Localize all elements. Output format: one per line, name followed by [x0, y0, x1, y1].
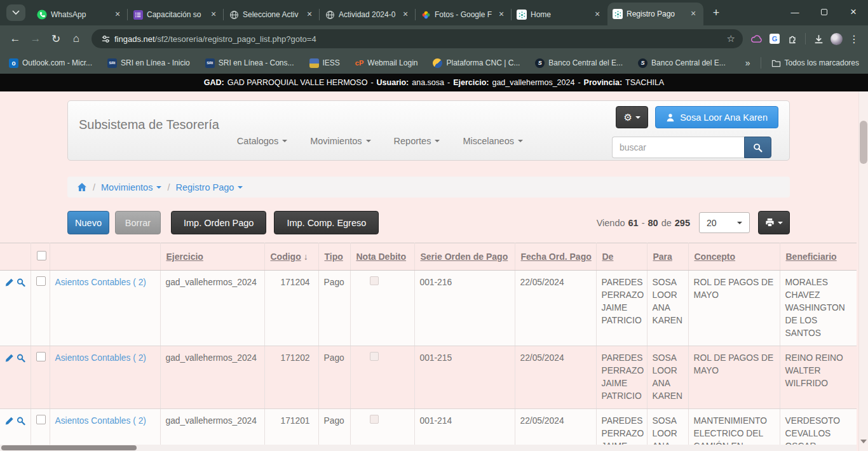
sort-desc-icon: ↓ — [304, 252, 308, 262]
bookmark-sri-consultas[interactable]: SRISRI en Línea - Cons... — [205, 58, 294, 68]
breadcrumb-movimientos[interactable]: Movimientos — [101, 182, 161, 192]
menu-miscelaneos[interactable]: Miscelaneos — [463, 121, 523, 160]
asientos-contables-link[interactable]: Asientos Contables ( 2) — [55, 353, 146, 363]
print-expense-voucher-button[interactable]: Imp. Comp. Egreso — [274, 211, 379, 234]
tab-close-icon[interactable]: × — [688, 9, 698, 19]
back-button[interactable]: ← — [5, 29, 25, 49]
site-settings-icon[interactable] — [97, 30, 114, 48]
tab-actividad[interactable]: Actividad 2024-0 × — [320, 4, 416, 25]
tab-home[interactable]: Home × — [512, 4, 607, 25]
bookmarks-overflow-chevron[interactable]: » — [745, 58, 750, 68]
chevron-down-icon — [778, 222, 783, 224]
asientos-contables-link[interactable]: Asientos Contables ( 2) — [55, 278, 146, 287]
vertical-scrollbar[interactable] — [858, 91, 868, 451]
profile-avatar[interactable] — [827, 30, 845, 48]
edit-pencil-icon[interactable] — [5, 278, 14, 287]
tab-title: Capacitación so — [147, 10, 205, 19]
page-size-select[interactable]: 20 — [699, 212, 750, 233]
search-input[interactable] — [612, 137, 744, 158]
view-magnifier-icon[interactable] — [17, 416, 25, 426]
horizontal-scrollbar-thumb[interactable] — [1, 445, 137, 450]
header-tipo[interactable]: Tipo — [318, 243, 350, 271]
bookmark-webmail[interactable]: cPWebmail Login — [355, 58, 418, 67]
bookmark-banco-central-2[interactable]: SBanco Central del E... — [638, 58, 726, 68]
tab-close-icon[interactable]: × — [496, 10, 506, 20]
user-account-button[interactable]: Sosa Loor Ana Karen — [655, 106, 778, 128]
cell-concepto: ROL DE PAGOS DE MAYO — [688, 271, 780, 346]
row-checkbox[interactable] — [36, 352, 46, 361]
header-de[interactable]: De — [596, 243, 647, 271]
google-photos-icon — [421, 10, 431, 20]
edit-pencil-icon[interactable] — [5, 353, 14, 363]
all-bookmarks-button[interactable]: Todos los marcadores — [771, 58, 859, 67]
print-payment-order-button[interactable]: Imp. Orden Pago — [171, 211, 266, 234]
header-para[interactable]: Para — [647, 243, 688, 271]
menu-reportes[interactable]: Reportes — [394, 121, 440, 160]
bookmark-sri-inicio[interactable]: SRISRI en Línea - Inicio — [107, 58, 190, 68]
view-magnifier-icon[interactable] — [17, 353, 25, 363]
new-button[interactable]: Nuevo — [67, 211, 109, 234]
tab-close-icon[interactable]: × — [400, 10, 410, 20]
tab-close-icon[interactable]: × — [112, 10, 123, 20]
row-checkbox[interactable] — [36, 276, 46, 286]
tab-search-button[interactable] — [6, 4, 25, 21]
edit-pencil-icon[interactable] — [5, 416, 14, 426]
tab-whatsapp[interactable]: WhatsApp × — [32, 4, 128, 25]
header-beneficiario[interactable]: Beneficiario — [780, 243, 857, 271]
print-dropdown-button[interactable] — [758, 211, 790, 234]
header-concepto[interactable]: Concepto — [688, 243, 780, 271]
header-fecha[interactable]: Fecha Ord. Pago — [515, 243, 596, 271]
address-bar[interactable]: fingads.net/sf2/tesoreria/registro_pago_… — [92, 29, 743, 48]
header-nota-debito[interactable]: Nota Debito — [350, 243, 414, 271]
breadcrumb-registro-pago[interactable]: Registro Pago — [175, 182, 243, 192]
select-all-checkbox[interactable] — [37, 251, 46, 260]
bookmark-star-icon[interactable]: ☆ — [727, 33, 735, 44]
settings-gear-button[interactable]: ⚙ — [616, 106, 648, 128]
new-tab-button[interactable]: + — [707, 4, 725, 22]
whatsapp-icon — [37, 10, 47, 20]
tab-close-icon[interactable]: × — [304, 10, 315, 20]
asientos-contables-link[interactable]: Asientos Contables ( 2) — [55, 416, 146, 426]
cloud-extension-icon[interactable] — [748, 30, 766, 48]
extensions-puzzle-icon[interactable] — [783, 30, 801, 48]
header-select-all — [31, 243, 50, 271]
header-codigo[interactable]: Codigo↓ — [264, 243, 318, 271]
browser-menu-kebab-icon[interactable]: ⋮ — [845, 30, 863, 48]
tab-capacitacion[interactable]: Capacitación so × — [128, 4, 224, 25]
main-menu: Catalogos Movimientos Reportes Miscelane… — [237, 121, 523, 160]
vertical-scrollbar-thumb[interactable] — [860, 121, 867, 164]
scroll-down-arrow-icon[interactable] — [860, 440, 867, 443]
cell-asientos: Asientos Contables ( 2) — [50, 346, 160, 409]
delete-button[interactable]: Borrar — [115, 211, 161, 234]
menu-catalogos[interactable]: Catalogos — [237, 121, 287, 160]
translate-extension-icon[interactable]: G — [766, 30, 783, 48]
window-maximize-button[interactable] — [810, 0, 839, 24]
tab-close-icon[interactable]: × — [592, 10, 602, 20]
downloads-icon[interactable] — [810, 30, 827, 48]
header-ejercicio[interactable]: Ejercicio — [160, 243, 264, 271]
cell-ejercicio: gad_vallehermos_2024 — [160, 346, 264, 409]
breadcrumb-home[interactable] — [77, 182, 87, 192]
tab-seleccione[interactable]: Seleccione Activ × — [224, 4, 320, 25]
menu-movimientos[interactable]: Movimientos — [310, 121, 370, 160]
reload-button[interactable]: ↻ — [46, 29, 66, 49]
search-button[interactable] — [744, 137, 771, 158]
header-actions — [0, 243, 31, 271]
bookmark-cnc[interactable]: Plataforma CNC | C... — [433, 58, 520, 68]
tab-registro-pago-active[interactable]: Registro Pago × — [607, 3, 703, 25]
horizontal-scrollbar[interactable] — [0, 445, 857, 451]
bookmark-iess[interactable]: IESS — [309, 58, 340, 68]
window-close-button[interactable]: × — [839, 0, 868, 24]
view-magnifier-icon[interactable] — [17, 278, 25, 287]
window-minimize-button[interactable]: — — [780, 0, 810, 24]
bookmark-outlook[interactable]: oOutlook.com - Micr... — [9, 58, 92, 68]
home-button[interactable]: ⌂ — [66, 29, 86, 49]
bookmark-banco-central-1[interactable]: SBanco Central del E... — [535, 58, 623, 68]
chevron-down-icon — [737, 222, 742, 224]
tab-close-icon[interactable]: × — [208, 10, 219, 20]
pagination-status: Viendo 61 - 80 de 295 — [597, 218, 690, 228]
header-serie[interactable]: Serie Orden de Pago — [414, 243, 515, 271]
forward-button[interactable]: → — [25, 29, 46, 49]
row-checkbox[interactable] — [36, 415, 46, 424]
tab-fotos[interactable]: Fotos - Google F × — [416, 4, 512, 25]
